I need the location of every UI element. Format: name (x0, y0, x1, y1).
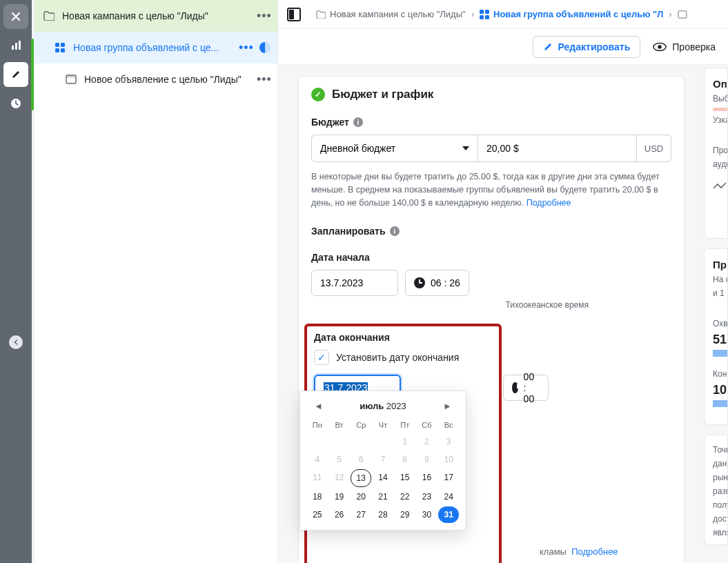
learn-more-link[interactable]: Подробнее (571, 546, 618, 557)
card-title: ✓ Бюджет и график (311, 88, 671, 101)
calendar-day[interactable]: 19 (329, 488, 350, 505)
pencil-icon (543, 42, 553, 52)
calendar-day[interactable]: 25 (307, 506, 328, 523)
right-panel-2: Пр На о и 1 Охв 51( Кон 10 (704, 248, 728, 425)
tree-row-ad[interactable]: Новое объявление с целью "Лиды" ••• (35, 63, 277, 95)
close-icon[interactable] (3, 4, 28, 29)
budget-amount-value: 20,00 $ (486, 143, 519, 154)
right-panel-3: Точн дан рын разм полу дост явля резу По… (704, 435, 728, 545)
more-icon[interactable]: ••• (239, 41, 253, 55)
check-link-label: Проверка (672, 41, 716, 52)
tree-row-adgroup[interactable]: Новая группа объявлений с це... ••• (35, 32, 277, 63)
pencil-icon[interactable] (3, 62, 28, 87)
start-date-input[interactable]: 13.7.2023 (311, 270, 398, 296)
info-icon[interactable]: i (390, 226, 400, 236)
clock-icon[interactable] (3, 91, 28, 116)
tree-row-campaign[interactable]: Новая кампания с целью "Лиды" ••• (35, 0, 277, 32)
calendar-day-today[interactable]: 13 (351, 469, 371, 487)
breadcrumb-bar: Новая кампания с целью "Лиды" › Новая гр… (279, 0, 728, 29)
folder-icon (43, 10, 55, 22)
eye-icon (653, 42, 667, 52)
calendar-day[interactable]: 23 (417, 488, 437, 505)
bar-indicator (713, 350, 728, 357)
svg-rect-14 (678, 10, 687, 17)
calendar-day: 9 (417, 451, 437, 468)
svg-rect-11 (485, 10, 489, 14)
clock-icon (414, 277, 425, 288)
svg-rect-9 (66, 75, 76, 78)
calendar-title: июль 2023 (360, 401, 406, 411)
bar-indicator (713, 400, 728, 407)
calendar-day[interactable]: 18 (307, 488, 328, 505)
tree-label: Новая группа объявлений с це... (73, 42, 232, 53)
learn-more-link[interactable]: Подробнее (527, 198, 571, 208)
calendar-day: 2 (417, 433, 437, 450)
budget-type-select[interactable]: Дневной бюджет (311, 135, 478, 162)
end-date-checkbox[interactable]: ✓ (314, 350, 329, 365)
tree-label: Новая кампания с целью "Лиды" (62, 10, 250, 21)
calendar-day[interactable]: 15 (395, 469, 415, 487)
calendar-day[interactable]: 14 (373, 469, 393, 487)
budget-label: Бюджет i (311, 117, 671, 128)
end-time-input[interactable]: 00 : 00 (503, 375, 549, 401)
svg-rect-0 (12, 46, 14, 50)
progress-bar (713, 108, 728, 111)
calendar-day[interactable]: 24 (438, 488, 459, 505)
edit-button[interactable]: Редактировать (533, 36, 641, 58)
prev-month-icon[interactable]: ◄ (310, 399, 327, 413)
calendar-day[interactable]: 16 (417, 469, 437, 487)
schedule-label: Запланировать i (311, 226, 671, 237)
more-icon[interactable]: ••• (257, 9, 270, 23)
calendar-dow: Пн (307, 418, 328, 432)
calendar-day[interactable]: 21 (373, 488, 393, 505)
budget-currency: USD (637, 135, 671, 162)
calendar-day: 7 (373, 451, 393, 468)
end-date-label: Дата окончания (314, 332, 492, 343)
calendar-day[interactable]: 20 (351, 488, 371, 505)
calendar-day: 8 (395, 451, 415, 468)
check-circle-icon: ✓ (311, 88, 325, 101)
breadcrumb-campaign[interactable]: Новая кампания с целью "Лиды" (316, 9, 466, 19)
calendar-day: 1 (395, 433, 415, 450)
action-bar: Редактировать Проверка (279, 29, 728, 65)
budget-hint: В некоторые дни вы будете тратить до 25,… (311, 170, 671, 209)
svg-rect-4 (55, 43, 59, 47)
breadcrumb-label: Новая кампания с целью "Лиды" (330, 9, 466, 19)
calendar-day[interactable]: 28 (373, 506, 393, 523)
next-month-icon[interactable]: ► (439, 399, 456, 413)
breadcrumb-adgroup[interactable]: Новая группа объявлений с целью "Л (480, 9, 663, 19)
ad-icon (65, 73, 77, 86)
start-date-label: Дата начала (311, 252, 671, 263)
clock-icon (512, 382, 518, 393)
svg-rect-13 (485, 15, 489, 19)
check-link[interactable]: Проверка (653, 41, 716, 52)
calendar-day[interactable]: 26 (329, 506, 350, 523)
chart-icon[interactable] (3, 33, 28, 58)
calendar-day: 12 (329, 469, 350, 487)
right-panel-1: Оп Выб Узка Про ауди (704, 68, 728, 239)
budget-amount-input[interactable]: 20,00 $ (478, 135, 637, 162)
calendar-day: 6 (351, 451, 371, 468)
svg-rect-10 (480, 10, 484, 14)
calendar-dow: Сб (417, 418, 437, 432)
left-rail (0, 0, 32, 563)
calendar-day: 4 (307, 451, 328, 468)
calendar-dow: Чт (373, 418, 393, 432)
collapse-icon[interactable] (9, 335, 23, 349)
svg-rect-12 (480, 15, 484, 19)
calendar-day[interactable]: 29 (395, 506, 415, 523)
budget-type-value: Дневной бюджет (320, 143, 395, 154)
panel-toggle-icon[interactable] (287, 8, 301, 21)
calendar-day: 11 (307, 469, 328, 487)
calendar-day[interactable]: 27 (351, 506, 371, 523)
start-time-input[interactable]: 06 : 26 (405, 270, 469, 296)
calendar-day[interactable]: 17 (438, 469, 459, 487)
calendar-day[interactable]: 22 (395, 488, 415, 505)
calendar-day-selected[interactable]: 31 (438, 506, 459, 523)
calendar-day[interactable]: 30 (417, 506, 437, 523)
tree-label: Новое объявление с целью "Лиды" (84, 74, 250, 85)
more-icon[interactable]: ••• (257, 72, 270, 87)
info-icon[interactable]: i (353, 117, 363, 127)
end-date-checkbox-label: Установить дату окончания (336, 352, 459, 363)
calendar-dow: Пт (395, 418, 415, 432)
